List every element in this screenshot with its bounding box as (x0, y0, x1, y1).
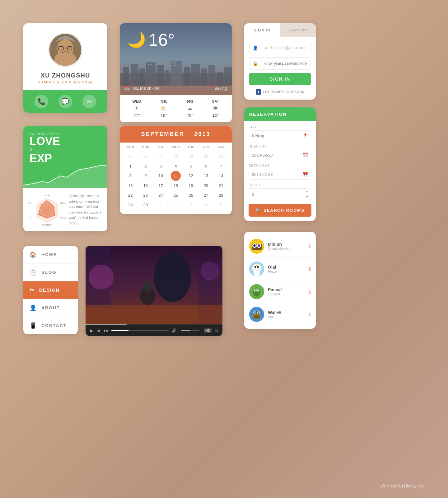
calendar-day-11[interactable]: 11 (171, 171, 181, 181)
phone-button[interactable]: 📞 (35, 95, 48, 108)
copy-icon[interactable]: ⧉ (215, 328, 218, 333)
weather-moon-icon: 🌙 (127, 31, 146, 49)
calendar-day-15[interactable]: 15 (123, 181, 138, 190)
calendar-day-28[interactable]: 28 (168, 152, 184, 161)
nav-label-contact: CONTACT (41, 323, 67, 328)
calendar-day-20[interactable]: 20 (198, 181, 214, 190)
nav-item-contact[interactable]: 📱 CONTACT (23, 317, 78, 334)
checkout-field[interactable]: 2014-02-28 📅 (249, 169, 311, 180)
checkin-value: 2014-02-28 (252, 153, 273, 157)
calendar-day-28[interactable]: 28 (213, 190, 229, 200)
characters-widget: Minion Despicable Me ℹ Olaf Frozen ℹ (244, 232, 316, 329)
calendar-day-24[interactable]: 24 (153, 190, 168, 200)
calendar-day-27[interactable]: 27 (198, 190, 214, 200)
tab-signup[interactable]: SIGN UP (280, 23, 316, 37)
pascal-info-icon[interactable]: ℹ (309, 289, 311, 295)
calendar-day-8[interactable]: 8 (123, 171, 138, 181)
calendar-day-13[interactable]: 13 (198, 171, 214, 181)
calendar-day-2[interactable]: 2 (168, 200, 184, 210)
calendar-day-4[interactable]: 4 (198, 200, 214, 210)
calendar-day-3[interactable]: 3 (153, 161, 168, 171)
char-item-minion[interactable]: Minion Despicable Me ℹ (244, 235, 316, 258)
calendar-day-18[interactable]: 18 (168, 181, 184, 190)
olaf-info-icon[interactable]: ℹ (309, 266, 311, 272)
calendar-day-3[interactable]: 3 (183, 200, 198, 210)
calendar-day-4[interactable]: 4 (168, 161, 184, 171)
search-icon: 🔍 (255, 208, 261, 213)
calendar-day-27[interactable]: 27 (153, 152, 168, 161)
nav-item-home[interactable]: 🏠 HOME (23, 246, 78, 264)
calendar-day-30[interactable]: 30 (198, 152, 214, 161)
char-item-walle[interactable]: Wall•E Wall•E ℹ (244, 303, 316, 326)
char-item-pascal[interactable]: Pascal Tangled ℹ (244, 280, 316, 303)
fast-forward-btn[interactable]: ⏭ (104, 328, 108, 333)
search-rooms-button[interactable]: 🔍 SEARCH ROOMS (249, 204, 311, 217)
calendar-day-2[interactable]: 2 (138, 161, 153, 171)
video-thumbnail: ▶ (86, 246, 222, 324)
facebook-login[interactable]: f LOG IN WITH FACEBOOK (249, 89, 311, 95)
pascal-movie: Tangled (268, 292, 305, 296)
email-field-container: 👤 (249, 42, 311, 54)
calendar-day-12[interactable]: 12 (183, 171, 198, 181)
calendar-day-10[interactable]: 10 (153, 171, 168, 181)
signin-button[interactable]: SIGN IN (249, 73, 311, 85)
calendar-day-26[interactable]: 26 (138, 152, 153, 161)
email-input[interactable] (261, 42, 310, 54)
calendar-day-25[interactable]: 25 (123, 152, 138, 161)
checkin-field[interactable]: 2014-02-28 📅 (249, 150, 311, 160)
guest-decrement[interactable]: ▼ (303, 194, 311, 200)
nav-item-blog[interactable]: 📋 BLOG (23, 264, 78, 281)
calendar-day-30[interactable]: 30 (138, 200, 153, 210)
olaf-movie: Frozen (268, 270, 305, 273)
calendar-day-25[interactable]: 25 (168, 190, 184, 200)
svg-point-45 (201, 261, 219, 280)
tab-signin[interactable]: SIGN IN (244, 23, 280, 37)
guest-increment[interactable]: ▲ (303, 189, 311, 194)
love-description: Obviously, I love my wife and my parents… (69, 193, 102, 226)
walle-info-icon[interactable]: ℹ (309, 312, 311, 317)
weather-forecast: WED ☀ 21° THU ⛅ 18° FRI ☁ 23° SAT 🌧 16° (120, 95, 232, 122)
message-button[interactable]: 💬 (58, 95, 72, 108)
char-item-olaf[interactable]: Olaf Frozen ℹ (244, 258, 316, 280)
svg-point-54 (259, 245, 260, 246)
calendar-day-26[interactable]: 26 (183, 190, 198, 200)
play-pause-btn[interactable]: ▶ (90, 328, 93, 333)
email-button[interactable]: ✉ (82, 95, 96, 108)
video-progress-bar[interactable] (111, 330, 169, 331)
rewind-btn[interactable]: ⏮ (96, 328, 101, 333)
city-field[interactable]: Beijing 📍 (249, 130, 311, 141)
svg-text:UI/UX: UI/UX (44, 194, 50, 197)
calendar-day-1[interactable]: 1 (123, 161, 138, 171)
calendar-day-19[interactable]: 19 (183, 181, 198, 190)
love-exp-widget: XU ZHONGSHU'S LOVE & EXP UI/UX RED GAMES (23, 126, 107, 231)
minion-info-icon[interactable]: ℹ (309, 243, 311, 249)
calendar-day-29[interactable]: 29 (183, 152, 198, 161)
calendar-day-7[interactable]: 7 (213, 161, 229, 171)
nav-item-design[interactable]: ✂ DESIGN (23, 281, 78, 299)
calendar-day-22[interactable]: 22 (123, 190, 138, 200)
calendar-day-14[interactable]: 14 (213, 171, 229, 181)
calendar-day-5[interactable]: 5 (183, 161, 198, 171)
calendar-day-16[interactable]: 16 (138, 181, 153, 190)
calendar-day-21[interactable]: 21 (213, 181, 229, 190)
calendar-day-23[interactable]: 23 (138, 190, 153, 200)
olaf-info: Olaf Frozen (268, 265, 305, 273)
calendar-day-17[interactable]: 17 (153, 181, 168, 190)
calendar-day-9[interactable]: 9 (138, 171, 153, 181)
calendar-day-6[interactable]: 6 (198, 161, 214, 171)
calendar-day-5[interactable]: 5 (213, 200, 229, 210)
calendar-day-29[interactable]: 29 (123, 200, 138, 210)
love-exp-label: EXP (30, 152, 101, 165)
weather-temp-display: 🌙 16° (127, 30, 224, 50)
svg-text:SPORTS: SPORTS (42, 224, 52, 227)
password-input[interactable] (261, 58, 310, 69)
calendar-day-1[interactable]: 1 (153, 200, 168, 210)
svg-point-39 (163, 254, 182, 275)
calendar-day-31[interactable]: 31 (213, 152, 229, 161)
minion-avatar (249, 239, 264, 254)
volume-icon[interactable]: 🔊 (172, 328, 176, 333)
signin-widget: SIGN IN SIGN UP 👤 🔒 SIGN IN f LOG IN WIT… (244, 23, 316, 100)
home-icon: 🏠 (30, 251, 37, 258)
nav-item-about[interactable]: 👤 ABOUT (23, 299, 78, 317)
svg-point-57 (254, 270, 260, 276)
